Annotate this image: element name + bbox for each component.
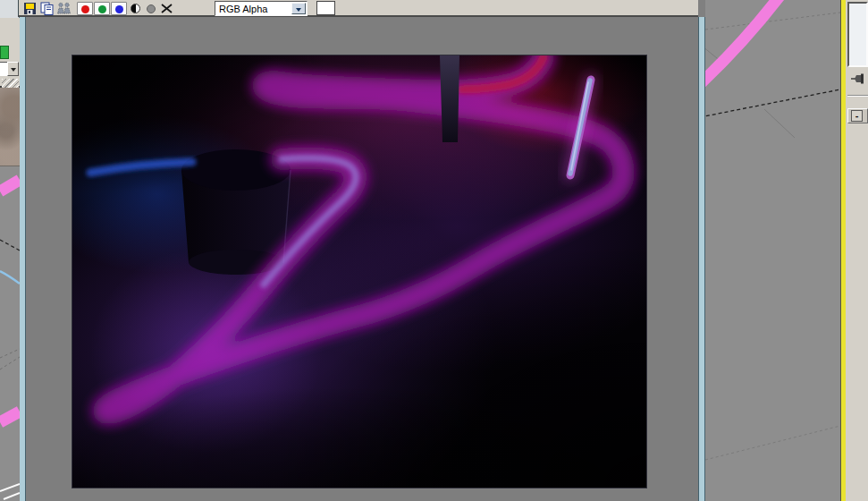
rollout-header[interactable]: - [847, 108, 868, 123]
dashed-grid-line [0, 240, 20, 250]
green-channel-button[interactable] [94, 2, 110, 15]
monochrome-button[interactable] [145, 2, 157, 15]
half-circle-icon [131, 4, 140, 13]
blue-neon-segment [90, 162, 192, 173]
pushpin-icon [850, 71, 865, 86]
grid-line [705, 426, 840, 460]
window-border [698, 17, 705, 501]
grid-line [764, 109, 795, 138]
left-viewport[interactable] [0, 166, 20, 501]
command-panel: - E F ✔ C ✔ ✔ I [846, 0, 868, 501]
dropdown-value: RGB Alpha [219, 4, 267, 14]
red-channel-button[interactable] [77, 2, 93, 15]
texture-preview [0, 88, 20, 166]
magenta-neon-spline [104, 57, 623, 413]
chevron-down-icon[interactable] [7, 62, 19, 76]
perspective-viewport[interactable] [705, 0, 840, 501]
dashed-grid-line [0, 349, 20, 358]
modifier-stack-list[interactable] [847, 2, 868, 67]
rollout-collapse-button[interactable]: - [851, 110, 863, 122]
lavender-arc [264, 158, 356, 284]
chevron-down-icon[interactable] [291, 3, 306, 14]
white-spline-wire [4, 493, 20, 499]
crimson-loop [462, 57, 544, 89]
grid-line [705, 13, 840, 30]
pink-spline-wire [0, 180, 20, 191]
dashed-grid-line [0, 357, 20, 369]
cylinder-silhouette [181, 149, 291, 275]
green-dot-icon [98, 5, 106, 13]
dialog-color-swatch[interactable] [0, 46, 9, 59]
window-border [20, 17, 26, 501]
clone-frame-icon[interactable] [40, 2, 55, 15]
clear-button[interactable] [160, 2, 173, 15]
render-window-toolbar [18, 0, 698, 17]
background-dialog-corner [0, 18, 20, 88]
pink-spline-wire [0, 412, 20, 422]
blue-channel-button[interactable] [111, 2, 127, 15]
figures-icon[interactable] [56, 2, 72, 15]
background-window-strip [0, 0, 20, 18]
save-bitmap-icon[interactable] [23, 2, 37, 15]
white-spline-wire [0, 484, 20, 491]
blue-spline-wire [0, 271, 20, 284]
separator [847, 95, 868, 97]
app-screenshot: { "toolbar": { "icons": ["save-bitmap", … [0, 0, 868, 501]
channel-display-dropdown[interactable]: RGB Alpha [215, 1, 308, 16]
tilted-stick [570, 80, 591, 175]
rendered-image [72, 55, 646, 488]
dialog-dropdown-field[interactable] [0, 62, 7, 76]
vertical-pole [440, 55, 459, 142]
red-dot-icon [81, 5, 89, 13]
pixel-color-swatch[interactable] [316, 1, 335, 15]
pin-stack-button[interactable] [850, 71, 865, 86]
x-icon [160, 2, 173, 15]
blue-dot-icon [115, 5, 123, 13]
pink-spline-wire [705, 0, 782, 84]
selected-grid-line [705, 89, 840, 117]
grey-dot-icon [147, 4, 156, 13]
alpha-channel-button[interactable] [130, 2, 142, 15]
